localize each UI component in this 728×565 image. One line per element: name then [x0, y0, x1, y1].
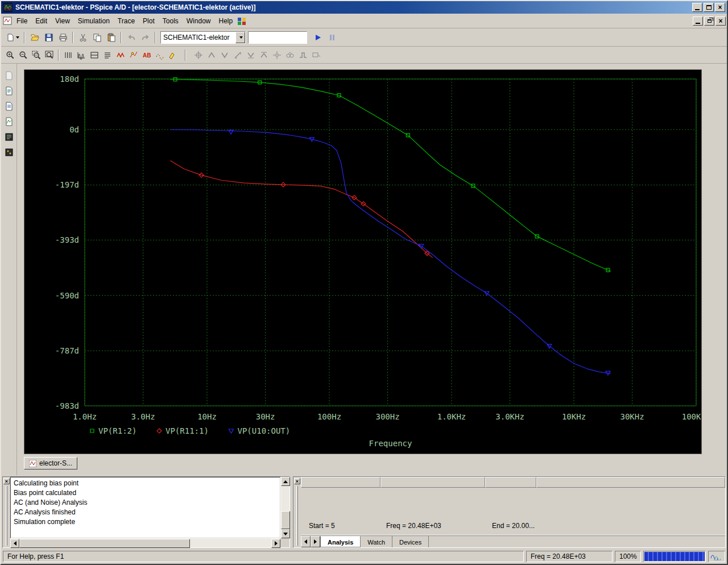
- new-document-icon: [6, 33, 15, 42]
- paste-button[interactable]: [104, 30, 118, 44]
- menu-item-window[interactable]: Window: [183, 15, 215, 27]
- scroll-down-button[interactable]: [281, 529, 290, 538]
- undo-button[interactable]: [124, 30, 138, 44]
- view-simulation-queue-button[interactable]: [3, 115, 15, 128]
- cursor-search-button[interactable]: [283, 48, 296, 61]
- mark-label-button[interactable]: [309, 48, 322, 61]
- redo-button[interactable]: [138, 30, 152, 44]
- tabs-scroll-left-button[interactable]: [301, 536, 311, 547]
- window-close-button[interactable]: ×: [715, 3, 725, 12]
- mark-data-points-button[interactable]: [127, 48, 140, 61]
- open-button[interactable]: [27, 30, 42, 44]
- menu-item-tools[interactable]: Tools: [159, 15, 183, 27]
- scroll-up-button[interactable]: [281, 477, 290, 486]
- tab-devices[interactable]: Devices: [392, 536, 429, 547]
- view-simulation-messages-button[interactable]: [3, 131, 15, 143]
- tabs-scroll-right-button[interactable]: [311, 536, 320, 547]
- cursor-max-button[interactable]: [257, 48, 270, 61]
- view-simulation-results-button[interactable]: [3, 100, 15, 113]
- show-points-button[interactable]: [153, 48, 166, 61]
- tab-elector-schematic[interactable]: elector-S...: [24, 457, 77, 470]
- scrollbar-thumb[interactable]: [19, 539, 190, 548]
- svg-text:10KHz: 10KHz: [562, 412, 586, 421]
- cursor-peak-button[interactable]: [205, 48, 218, 61]
- zoom-fit-button[interactable]: [43, 48, 56, 61]
- app-icon[interactable]: [3, 2, 13, 13]
- column-header[interactable]: [536, 477, 725, 488]
- phase-plot[interactable]: 1.0Hz3.0Hz10Hz30Hz100Hz300Hz1.0KHz3.0KHz…: [24, 70, 701, 454]
- new-button[interactable]: [3, 30, 22, 44]
- tab-analysis[interactable]: Analysis: [320, 536, 361, 547]
- menu-item-view[interactable]: View: [51, 15, 74, 27]
- add-trace-button[interactable]: [114, 48, 127, 61]
- view-watch-window-button[interactable]: [3, 146, 15, 159]
- close-icon: ×: [718, 18, 722, 24]
- run-button[interactable]: [311, 30, 325, 44]
- zoom-area-button[interactable]: [30, 48, 43, 61]
- combo-dropdown-button[interactable]: [235, 32, 245, 43]
- menu-item-plot[interactable]: Plot: [139, 15, 159, 27]
- horizontal-scrollbar[interactable]: [10, 538, 280, 547]
- view-output-file-button[interactable]: [3, 85, 15, 97]
- log-line: Bias point calculated: [11, 488, 280, 498]
- scrollbar-corner: [280, 538, 289, 547]
- svg-text:Frequency: Frequency: [369, 439, 412, 448]
- close-icon: ×: [296, 479, 299, 484]
- document-icon[interactable]: [2, 16, 13, 26]
- save-button[interactable]: [42, 30, 56, 44]
- add-plot-button[interactable]: [88, 48, 101, 61]
- cursor-trough-button[interactable]: [218, 48, 231, 61]
- close-status-pane-button[interactable]: ×: [294, 478, 300, 484]
- window-maximize-button[interactable]: [704, 3, 714, 12]
- pane-grip[interactable]: ×: [293, 477, 301, 547]
- cursor-toggle-button[interactable]: [192, 48, 205, 61]
- copy-button[interactable]: [90, 30, 104, 44]
- menu-item-help[interactable]: Help: [214, 15, 237, 27]
- cursor-slope-icon: [233, 51, 242, 60]
- toolbar-separator: [72, 32, 73, 43]
- menu-item-edit[interactable]: Edit: [31, 15, 51, 27]
- tab-watch[interactable]: Watch: [361, 536, 392, 547]
- column-header[interactable]: [380, 477, 485, 488]
- cursor-transition-button[interactable]: [296, 48, 309, 61]
- label-button[interactable]: [166, 48, 179, 61]
- cursor-point-button[interactable]: [270, 48, 283, 61]
- profile-edit-field[interactable]: [248, 31, 307, 44]
- print-button[interactable]: [56, 30, 70, 44]
- cut-button[interactable]: [76, 30, 90, 44]
- column-header[interactable]: [301, 477, 380, 488]
- child-minimize-button[interactable]: [693, 16, 703, 26]
- child-close-button[interactable]: ×: [715, 16, 726, 26]
- output-log-list[interactable]: Calculating bias pointBias point calcula…: [10, 477, 280, 538]
- scroll-right-button[interactable]: [271, 539, 280, 548]
- view-circuit-file-button[interactable]: [3, 69, 15, 82]
- simulation-profile-combo[interactable]: SCHEMATIC1-elektor: [160, 31, 246, 44]
- status-freq-value: Freq = 20.48E+03: [526, 551, 613, 562]
- menu-item-trace[interactable]: Trace: [114, 15, 139, 27]
- main-area: 1.0Hz3.0Hz10Hz30Hz100Hz300Hz1.0KHz3.0KHz…: [1, 64, 727, 475]
- menu-item-simulation[interactable]: Simulation: [74, 15, 114, 27]
- fourier-button[interactable]: [75, 48, 88, 61]
- pause-button[interactable]: [325, 30, 339, 44]
- menu-item-file[interactable]: File: [13, 15, 31, 27]
- clipboard-icon: [107, 33, 116, 42]
- pane-grip[interactable]: ×: [3, 477, 10, 547]
- ab-cursors-button[interactable]: AB: [140, 48, 153, 61]
- phase-plot-window[interactable]: 1.0Hz3.0Hz10Hz30Hz100Hz300Hz1.0KHz3.0KHz…: [24, 69, 702, 454]
- child-restore-button[interactable]: [704, 16, 714, 26]
- window-minimize-button[interactable]: [692, 3, 702, 12]
- display-control-button[interactable]: [101, 48, 114, 61]
- zoom-out-button[interactable]: [16, 48, 30, 61]
- cursor-slope-button[interactable]: [231, 48, 244, 61]
- close-output-pane-button[interactable]: ×: [3, 478, 10, 484]
- schematic-page-icon[interactable]: [237, 16, 247, 26]
- menubar: FileEditViewSimulationTracePlotToolsWind…: [1, 14, 727, 28]
- scroll-left-button[interactable]: [10, 539, 19, 548]
- zoom-in-button[interactable]: [3, 48, 16, 61]
- axis-settings-button[interactable]: [61, 48, 75, 61]
- copy-icon: [93, 33, 102, 42]
- vertical-scrollbar[interactable]: [280, 477, 289, 538]
- cursor-min-button[interactable]: [244, 48, 257, 61]
- column-header[interactable]: [485, 477, 536, 488]
- scrollbar-thumb[interactable]: [281, 511, 290, 529]
